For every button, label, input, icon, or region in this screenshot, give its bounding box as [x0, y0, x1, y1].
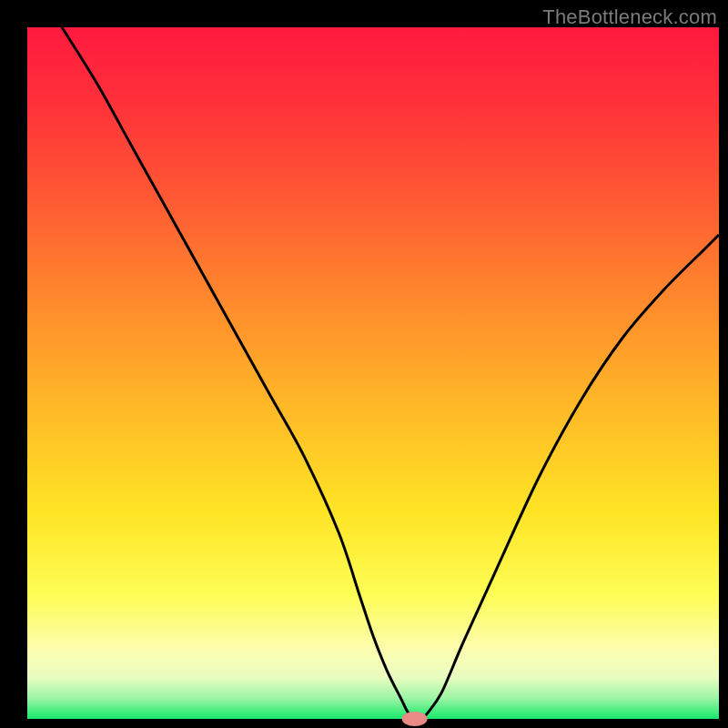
plot-background	[27, 27, 719, 719]
watermark-text: TheBottleneck.com	[542, 5, 717, 29]
optimum-marker	[402, 712, 428, 726]
chart-svg	[0, 0, 728, 728]
bottleneck-chart	[0, 0, 728, 728]
